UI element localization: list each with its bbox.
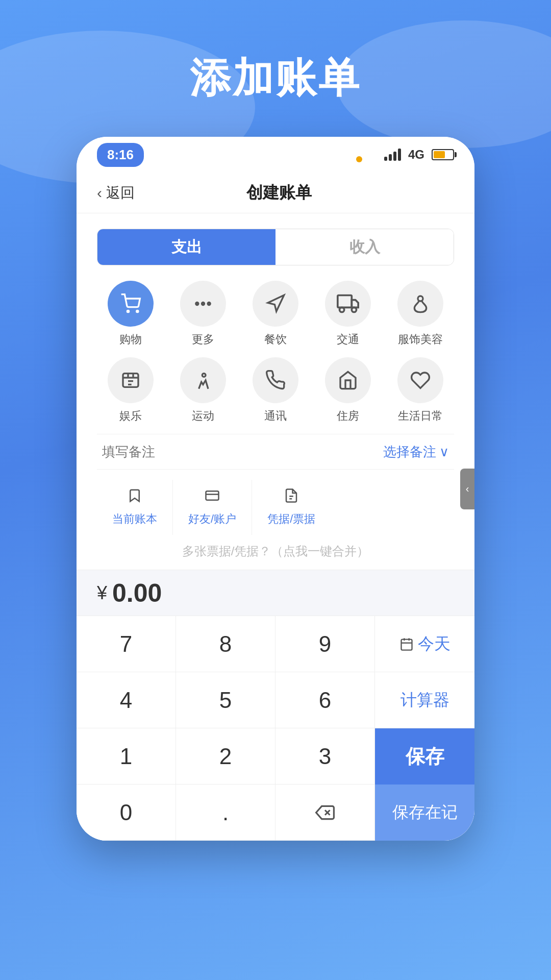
category-fashion[interactable]: 服饰美容 bbox=[387, 281, 454, 347]
category-entertainment[interactable]: 娱乐 bbox=[97, 357, 164, 424]
back-button[interactable]: ‹ 返回 bbox=[97, 183, 135, 203]
sports-label: 运动 bbox=[192, 408, 214, 424]
transport-label: 交通 bbox=[337, 332, 359, 347]
svg-point-4 bbox=[208, 303, 210, 305]
tab-income[interactable]: 收入 bbox=[276, 229, 454, 265]
action-row: 当前账本 好友/账户 bbox=[97, 480, 454, 535]
fashion-icon-wrap bbox=[397, 281, 443, 327]
category-daily[interactable]: 生活日常 bbox=[387, 357, 454, 424]
voucher-label: 凭据/票据 bbox=[267, 511, 315, 527]
back-label: 返回 bbox=[106, 183, 135, 203]
note-input[interactable] bbox=[102, 444, 383, 460]
numpad-3[interactable]: 3 bbox=[276, 728, 375, 785]
network-label: 4G bbox=[408, 148, 424, 162]
amount-value: 0.00 bbox=[112, 578, 162, 608]
note-row: 选择备注 ∨ bbox=[97, 434, 454, 470]
today-button-inner: 今天 bbox=[399, 633, 450, 655]
voucher-button[interactable]: 凭据/票据 bbox=[252, 480, 331, 535]
numpad-5[interactable]: 5 bbox=[176, 672, 276, 728]
sports-icon-wrap bbox=[180, 357, 226, 403]
shopping-icon-wrap bbox=[108, 281, 154, 327]
receipt-icon bbox=[284, 488, 299, 507]
svg-point-3 bbox=[202, 303, 205, 305]
svg-point-7 bbox=[352, 307, 356, 312]
content-area: 支出 收入 购物 bbox=[77, 213, 474, 570]
today-label: 今天 bbox=[418, 633, 450, 655]
friend-label: 好友/账户 bbox=[188, 511, 236, 527]
status-time: 8:16 bbox=[97, 143, 144, 167]
more-icon-wrap bbox=[180, 281, 226, 327]
status-bar: 8:16 4G bbox=[77, 137, 474, 173]
food-label: 餐饮 bbox=[264, 332, 287, 347]
currency-symbol: ¥ bbox=[97, 582, 107, 604]
select-note-label: 选择备注 bbox=[383, 443, 436, 461]
numpad-delete[interactable] bbox=[276, 785, 375, 841]
battery-fill bbox=[434, 151, 445, 158]
friend-button[interactable]: 好友/账户 bbox=[173, 480, 252, 535]
svg-point-13 bbox=[202, 374, 206, 377]
category-grid: 购物 更多 餐饮 bbox=[97, 281, 454, 424]
svg-point-6 bbox=[340, 307, 344, 312]
amount-row: ¥ 0.00 bbox=[77, 570, 474, 616]
save-button[interactable]: 保存 bbox=[375, 728, 474, 785]
housing-icon-wrap bbox=[325, 357, 371, 403]
shopping-label: 购物 bbox=[119, 332, 142, 347]
communication-label: 通讯 bbox=[264, 408, 287, 424]
category-communication[interactable]: 通讯 bbox=[242, 357, 309, 424]
food-icon-wrap bbox=[253, 281, 298, 327]
category-food[interactable]: 餐饮 bbox=[242, 281, 309, 347]
numpad-calculator[interactable]: 计算器 bbox=[375, 672, 474, 728]
numpad-0[interactable]: 0 bbox=[77, 785, 176, 841]
card-icon bbox=[205, 488, 220, 507]
dot-indicator bbox=[356, 156, 362, 162]
category-more[interactable]: 更多 bbox=[169, 281, 237, 347]
svg-point-1 bbox=[137, 310, 138, 312]
account-label: 当前账本 bbox=[112, 511, 157, 527]
account-button[interactable]: 当前账本 bbox=[97, 480, 173, 535]
daily-icon-wrap bbox=[397, 357, 443, 403]
svg-rect-18 bbox=[401, 639, 412, 650]
category-housing[interactable]: 住房 bbox=[314, 357, 382, 424]
nav-title: 创建账单 bbox=[135, 182, 423, 204]
svg-rect-5 bbox=[338, 296, 352, 308]
svg-point-8 bbox=[418, 296, 423, 301]
category-transport[interactable]: 交通 bbox=[314, 281, 382, 347]
numpad-today[interactable]: 今天 bbox=[375, 616, 474, 672]
category-shopping[interactable]: 购物 bbox=[97, 281, 164, 347]
svg-point-0 bbox=[127, 310, 129, 312]
nav-bar: ‹ 返回 创建账单 bbox=[77, 173, 474, 213]
entertainment-label: 娱乐 bbox=[119, 408, 142, 424]
numpad-dot[interactable]: . bbox=[176, 785, 276, 841]
svg-point-2 bbox=[196, 303, 198, 305]
chevron-down-icon: ∨ bbox=[439, 444, 449, 460]
select-note-button[interactable]: 选择备注 ∨ bbox=[383, 443, 449, 461]
sidebar-collapse-handle[interactable]: ‹ bbox=[460, 469, 474, 509]
numpad-2[interactable]: 2 bbox=[176, 728, 276, 785]
bookmark-icon bbox=[127, 488, 142, 507]
transport-icon-wrap bbox=[325, 281, 371, 327]
communication-icon-wrap bbox=[253, 357, 298, 403]
housing-label: 住房 bbox=[337, 408, 359, 424]
collapse-chevron-icon: ‹ bbox=[466, 483, 469, 495]
daily-label: 生活日常 bbox=[398, 408, 443, 424]
more-label: 更多 bbox=[192, 332, 214, 347]
numpad-8[interactable]: 8 bbox=[176, 616, 276, 672]
svg-rect-14 bbox=[206, 491, 219, 500]
tab-switcher: 支出 收入 bbox=[97, 229, 454, 265]
merge-hint[interactable]: 多张票据/凭据？（点我一键合并） bbox=[97, 543, 454, 570]
status-icons: 4G bbox=[384, 148, 454, 162]
tab-expense[interactable]: 支出 bbox=[97, 229, 276, 265]
numpad: 7 8 9 今天 4 5 6 计算器 1 2 3 保存 0 . bbox=[77, 616, 474, 841]
numpad-9[interactable]: 9 bbox=[276, 616, 375, 672]
save-record-button[interactable]: 保存在记 bbox=[375, 785, 474, 841]
category-sports[interactable]: 运动 bbox=[169, 357, 237, 424]
numpad-6[interactable]: 6 bbox=[276, 672, 375, 728]
battery-icon bbox=[432, 149, 454, 160]
numpad-4[interactable]: 4 bbox=[77, 672, 176, 728]
entertainment-icon-wrap bbox=[108, 357, 154, 403]
numpad-7[interactable]: 7 bbox=[77, 616, 176, 672]
signal-bars-icon bbox=[384, 149, 401, 161]
phone-frame: 8:16 4G ‹ 返回 创建账单 支出 收入 bbox=[77, 137, 474, 841]
fashion-label: 服饰美容 bbox=[398, 332, 443, 347]
numpad-1[interactable]: 1 bbox=[77, 728, 176, 785]
